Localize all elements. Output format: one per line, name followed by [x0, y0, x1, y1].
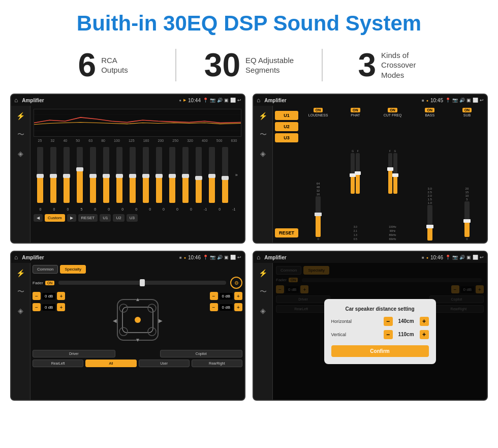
- db-row-2: − 0 dB +: [210, 292, 242, 300]
- speaker-bottom-buttons-2: RearLeft All User RearRight: [33, 360, 242, 367]
- eq-custom-btn[interactable]: Custom: [45, 214, 65, 222]
- eq-slider-3[interactable]: [77, 147, 83, 203]
- cx-speaker-icon[interactable]: ◈: [258, 147, 268, 160]
- user-btn[interactable]: User: [139, 360, 190, 367]
- dialog-main: Common Specialty Fader ON − 0 dB +: [273, 263, 487, 400]
- crossover-screen: ⌂ Amplifier ■ ● 10:45 📍 📷 🔊 ▣ ⬜ ↩ ⚡ 〜 ◈: [253, 94, 488, 244]
- eq-u2-btn[interactable]: U2: [113, 214, 124, 222]
- eq-slider-2[interactable]: [64, 147, 70, 203]
- eq-slider-8[interactable]: [143, 147, 149, 203]
- driver-btn[interactable]: Driver: [33, 350, 115, 357]
- horizontal-plus[interactable]: +: [420, 317, 429, 326]
- eq-sliders: »: [34, 144, 241, 205]
- u2-btn[interactable]: U2: [275, 122, 298, 131]
- cutfreq-track-g[interactable]: [393, 153, 397, 194]
- bass-track[interactable]: [427, 205, 432, 241]
- confirm-button[interactable]: Confirm: [331, 345, 429, 357]
- settings-icon[interactable]: ⚙: [230, 277, 242, 289]
- eq-u1-btn[interactable]: U1: [100, 214, 111, 222]
- eq-slider-11[interactable]: [182, 147, 189, 203]
- phat-track-g[interactable]: [351, 153, 355, 194]
- eq-main: 253240 506380 100125160 200250320 400500…: [30, 106, 244, 243]
- cx-win-icon: ⬜: [473, 98, 478, 103]
- speaker-home-icon: ⌂: [14, 254, 18, 261]
- sp-loc-icon: 📍: [203, 255, 208, 260]
- db-minus-0[interactable]: −: [33, 292, 41, 300]
- stat-label-rca-1: RCA: [101, 55, 128, 66]
- fader-track[interactable]: [58, 281, 226, 285]
- sp-filter-icon[interactable]: ⚡: [14, 267, 27, 279]
- db-plus-3[interactable]: +: [234, 303, 242, 311]
- rearleft-btn[interactable]: RearLeft: [33, 360, 83, 367]
- horizontal-minus[interactable]: −: [384, 317, 393, 326]
- u1-btn[interactable]: U1: [275, 111, 298, 120]
- crossover-home-icon: ⌂: [257, 97, 260, 104]
- channel-loudness: ON LOUDNESS 64 48 32 16 0: [300, 108, 336, 241]
- crossover-layout: ⚡ 〜 ◈ U1 U2 U3 RESET ON LOUDNESS: [254, 106, 487, 243]
- sp-speaker-icon[interactable]: ◈: [16, 305, 25, 317]
- common-tab[interactable]: Common: [33, 265, 58, 274]
- eq-play-btn[interactable]: ▶: [67, 214, 76, 222]
- cutfreq-on: ON: [388, 108, 397, 112]
- cx-filter-icon[interactable]: ⚡: [257, 110, 269, 122]
- db-minus-1[interactable]: −: [33, 303, 41, 311]
- svg-text:◀: ◀: [113, 318, 117, 323]
- db-minus-3[interactable]: −: [210, 303, 218, 311]
- dlg-cam-icon: 📷: [452, 255, 458, 260]
- location-icon: 📍: [203, 98, 208, 103]
- dialog-home-icon: ⌂: [257, 254, 260, 261]
- eq-slider-7[interactable]: [130, 147, 136, 203]
- specialty-tab[interactable]: Specialty: [60, 265, 85, 274]
- rearright-btn[interactable]: RearRight: [192, 360, 242, 367]
- copilot-btn[interactable]: Copilot: [160, 350, 243, 357]
- db-minus-2[interactable]: −: [210, 292, 218, 300]
- sp-vol-icon: 🔊: [217, 255, 223, 260]
- db-value-1: 0 dB: [42, 304, 55, 311]
- eq-slider-10[interactable]: [169, 147, 175, 203]
- dialog-sidebar: ⚡ 〜 ◈: [254, 263, 273, 400]
- eq-slider-4[interactable]: [90, 147, 96, 203]
- eq-filter-icon[interactable]: ⚡: [14, 110, 27, 122]
- db-row-1: − 0 dB +: [33, 303, 65, 311]
- db-plus-2[interactable]: +: [234, 292, 242, 300]
- stat-label-eq-1: EQ Adjustable: [245, 55, 294, 66]
- cx-loc-icon: 📍: [445, 98, 451, 103]
- dlg-filter-icon[interactable]: ⚡: [257, 267, 269, 279]
- sub-track[interactable]: [464, 201, 470, 237]
- eq-slider-0[interactable]: [37, 147, 43, 203]
- cx-reset-btn[interactable]: RESET: [275, 228, 298, 237]
- eq-wave-icon[interactable]: 〜: [15, 128, 26, 141]
- all-btn[interactable]: All: [85, 360, 136, 367]
- u3-btn[interactable]: U3: [275, 133, 298, 142]
- db-plus-1[interactable]: +: [57, 303, 65, 311]
- vertical-minus[interactable]: −: [384, 330, 393, 339]
- eq-prev-btn[interactable]: ◀: [34, 214, 43, 222]
- bass-on: ON: [425, 108, 434, 112]
- eq-slider-5[interactable]: [103, 147, 109, 203]
- dlg-wave-icon[interactable]: 〜: [258, 285, 269, 298]
- channel-phat: ON PHAT G F: [337, 108, 373, 241]
- dlg-back-icon: ↩: [480, 255, 484, 260]
- eq-reset-btn[interactable]: RESET: [78, 214, 98, 222]
- loudness-track[interactable]: [316, 196, 321, 237]
- eq-u3-btn[interactable]: U3: [127, 214, 138, 222]
- expand-icon[interactable]: »: [235, 172, 238, 177]
- eq-slider-13[interactable]: [209, 147, 215, 203]
- db-plus-0[interactable]: +: [57, 292, 65, 300]
- sp-dot2: ●: [184, 256, 186, 259]
- eq-slider-14[interactable]: [222, 147, 228, 203]
- stat-label-crossover-2: Crossover Modes: [381, 60, 432, 80]
- bass-slider: 3.0 2.5 2.0 1.5 1.0: [427, 119, 432, 241]
- vertical-plus[interactable]: +: [420, 330, 429, 339]
- eq-speaker-icon[interactable]: ◈: [16, 147, 25, 160]
- eq-slider-6[interactable]: [116, 147, 122, 203]
- eq-slider-12[interactable]: [196, 147, 202, 203]
- eq-slider-9[interactable]: [156, 147, 162, 203]
- cx-wave-icon[interactable]: 〜: [258, 128, 269, 141]
- channel-bass: ON BASS 3.0 2.5 2.0 1.5 1.0: [412, 108, 448, 241]
- cutfreq-track-f[interactable]: [388, 153, 392, 194]
- eq-slider-1[interactable]: [50, 147, 56, 203]
- sp-wave-icon[interactable]: 〜: [15, 285, 26, 298]
- phat-track-f[interactable]: [356, 153, 360, 194]
- dlg-speaker-icon[interactable]: ◈: [258, 305, 268, 317]
